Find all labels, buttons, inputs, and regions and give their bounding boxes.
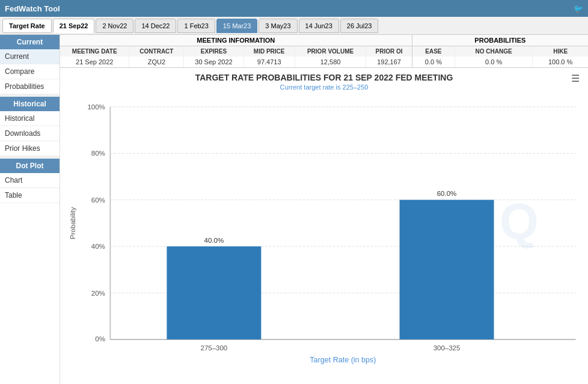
tab-15mar23[interactable]: 15 Mar23 bbox=[216, 19, 257, 33]
col-mid-price: MID PRICE bbox=[243, 46, 295, 56]
meeting-info-row: 21 Sep 2022 ZQU2 30 Sep 2022 97.4713 12,… bbox=[60, 56, 412, 67]
sidebar-item-probabilities[interactable]: Probabilities bbox=[0, 79, 60, 94]
titlebar: FedWatch Tool 🐦 bbox=[0, 0, 588, 17]
col-contract: CONTRACT bbox=[129, 46, 184, 56]
chart-area: TARGET RATE PROBABILITIES FOR 21 SEP 202… bbox=[60, 68, 588, 384]
app-title: FedWatch Tool bbox=[5, 4, 60, 13]
cell-prior-volume: 12,580 bbox=[295, 56, 366, 67]
tab-14jun23[interactable]: 14 Jun23 bbox=[299, 19, 339, 33]
chart-menu-icon[interactable]: ☰ bbox=[571, 73, 580, 84]
tab-3may23[interactable]: 3 May23 bbox=[259, 19, 297, 33]
tabbar: Target Rate 21 Sep22 2 Nov22 14 Dec22 1 … bbox=[0, 17, 588, 35]
sidebar-item-chart[interactable]: Chart bbox=[0, 173, 60, 188]
meeting-info-table: MEETING DATE CONTRACT EXPIRES MID PRICE … bbox=[60, 46, 412, 67]
cell-ease: 0.0 % bbox=[412, 56, 455, 67]
svg-text:Target Rate (in bps): Target Rate (in bps) bbox=[310, 356, 376, 364]
svg-text:20%: 20% bbox=[91, 290, 105, 297]
target-rate-label: Target Rate bbox=[2, 19, 52, 33]
meeting-section-title: MEETING INFORMATION bbox=[60, 35, 412, 46]
svg-text:60.0%: 60.0% bbox=[437, 190, 457, 197]
probabilities-section: PROBABILITIES EASE NO CHANGE HIKE 0.0 % bbox=[412, 35, 588, 67]
svg-text:60%: 60% bbox=[91, 197, 105, 204]
probabilities-row: 0.0 % 0.0 % 100.0 % bbox=[412, 56, 588, 67]
chart-container: 100% 80% 60% 40% 20% 0% Proba bbox=[66, 94, 582, 371]
sidebar-item-downloads[interactable]: Downloads bbox=[0, 126, 60, 141]
col-meeting-date: MEETING DATE bbox=[60, 46, 129, 56]
bar-300-325 bbox=[400, 200, 494, 340]
svg-text:Probability: Probability bbox=[69, 207, 76, 239]
cell-expires: 30 Sep 2022 bbox=[184, 56, 243, 67]
sidebar-section-historical[interactable]: Historical bbox=[0, 97, 60, 111]
col-prior-oi: PRIOR OI bbox=[366, 46, 412, 56]
svg-text:40.0%: 40.0% bbox=[204, 237, 224, 244]
sidebar-section-current[interactable]: Current bbox=[0, 35, 60, 49]
tab-1feb23[interactable]: 1 Feb23 bbox=[177, 19, 215, 33]
tab-2nov22[interactable]: 2 Nov22 bbox=[96, 19, 133, 33]
cell-mid-price: 97.4713 bbox=[243, 56, 295, 67]
svg-text:300–325: 300–325 bbox=[433, 344, 461, 352]
sidebar-item-current[interactable]: Current bbox=[0, 49, 60, 64]
probabilities-section-title: PROBABILITIES bbox=[412, 35, 588, 46]
watermark: Q bbox=[500, 193, 539, 249]
svg-text:0%: 0% bbox=[95, 335, 105, 343]
meeting-info: MEETING INFORMATION MEETING DATE CONTRAC… bbox=[60, 35, 588, 68]
cell-hike: 100.0 % bbox=[533, 56, 588, 67]
svg-text:100%: 100% bbox=[87, 103, 105, 111]
svg-text:40%: 40% bbox=[91, 243, 105, 250]
col-ease: EASE bbox=[412, 46, 455, 56]
cell-contract: ZQU2 bbox=[129, 56, 184, 67]
sidebar-item-historical[interactable]: Historical bbox=[0, 111, 60, 126]
svg-text:80%: 80% bbox=[91, 150, 105, 157]
col-expires: EXPIRES bbox=[184, 46, 243, 56]
cell-prior-oi: 192,167 bbox=[366, 56, 412, 67]
meeting-top-headers: MEETING INFORMATION MEETING DATE CONTRAC… bbox=[60, 35, 588, 67]
col-hike: HIKE bbox=[533, 46, 588, 56]
bar-275-300 bbox=[167, 246, 261, 340]
col-prior-volume: PRIOR VOLUME bbox=[295, 46, 366, 56]
svg-text:275–300: 275–300 bbox=[200, 344, 227, 352]
main-layout: Current Current Compare Probabilities Hi… bbox=[0, 35, 588, 384]
chart-title: TARGET RATE PROBABILITIES FOR 21 SEP 202… bbox=[66, 73, 582, 82]
tab-26jul23[interactable]: 26 Jul23 bbox=[340, 19, 379, 33]
sidebar-item-table[interactable]: Table bbox=[0, 188, 60, 203]
sidebar-item-compare[interactable]: Compare bbox=[0, 64, 60, 79]
sidebar-item-prior-hikes[interactable]: Prior Hikes bbox=[0, 141, 60, 156]
bar-chart-svg: 100% 80% 60% 40% 20% 0% Proba bbox=[66, 94, 582, 371]
sidebar: Current Current Compare Probabilities Hi… bbox=[0, 35, 60, 384]
sidebar-section-dotplot[interactable]: Dot Plot bbox=[0, 159, 60, 173]
content-area: MEETING INFORMATION MEETING DATE CONTRAC… bbox=[60, 35, 588, 384]
chart-subtitle: Current target rate is 225–250 bbox=[66, 84, 582, 91]
twitter-icon[interactable]: 🐦 bbox=[574, 4, 583, 13]
cell-meeting-date: 21 Sep 2022 bbox=[60, 56, 129, 67]
meeting-section: MEETING INFORMATION MEETING DATE CONTRAC… bbox=[60, 35, 412, 67]
cell-no-change: 0.0 % bbox=[455, 56, 533, 67]
tab-21sep22[interactable]: 21 Sep22 bbox=[53, 19, 95, 33]
col-no-change: NO CHANGE bbox=[455, 46, 533, 56]
probabilities-table: EASE NO CHANGE HIKE 0.0 % 0.0 % 100.0 % bbox=[412, 46, 588, 67]
tab-14dec22[interactable]: 14 Dec22 bbox=[135, 19, 176, 33]
